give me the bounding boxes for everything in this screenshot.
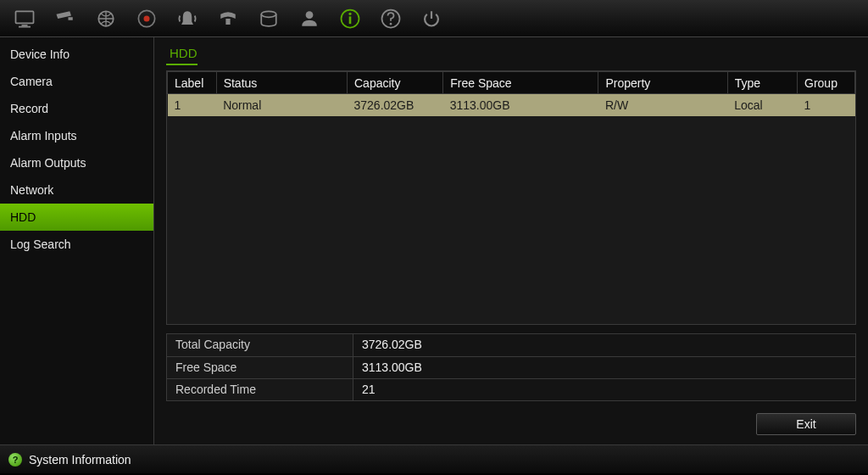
hdd-table-wrap: Label Status Capacity Free Space Propert…	[166, 70, 856, 325]
th-type[interactable]: Type	[727, 72, 797, 94]
sidebar-item-alarm-inputs[interactable]: Alarm Inputs	[0, 122, 153, 149]
cell-capacity: 3726.02GB	[348, 94, 443, 116]
exit-button[interactable]: Exit	[756, 413, 856, 435]
sidebar-item-label: Camera	[10, 75, 53, 88]
th-group[interactable]: Group	[798, 72, 855, 94]
svg-point-14	[390, 22, 392, 25]
cell-group: 1	[798, 94, 855, 116]
svg-rect-3	[69, 17, 73, 20]
th-property[interactable]: Property	[598, 72, 727, 94]
svg-point-8	[261, 11, 276, 17]
cell-label: 1	[168, 94, 217, 116]
svg-rect-0	[16, 11, 34, 23]
sidebar: Device Info Camera Record Alarm Inputs A…	[0, 37, 154, 444]
help-icon[interactable]	[371, 3, 410, 34]
sidebar-item-label: Record	[10, 102, 48, 115]
camera-icon[interactable]	[46, 3, 85, 34]
power-icon[interactable]	[412, 3, 451, 34]
svg-rect-1	[22, 25, 28, 26]
summary-row-total-capacity: Total Capacity 3726.02GB	[167, 334, 855, 356]
footer-buttons: Exit	[166, 413, 856, 435]
status-info-icon: ?	[8, 453, 22, 467]
sidebar-item-log-search[interactable]: Log Search	[0, 231, 153, 258]
sidebar-item-hdd[interactable]: HDD	[0, 204, 153, 231]
status-bar: ? System Information	[0, 444, 868, 473]
cell-status: Normal	[216, 94, 347, 116]
cell-property: R/W	[598, 94, 727, 116]
sidebar-item-alarm-outputs[interactable]: Alarm Outputs	[0, 149, 153, 176]
top-toolbar	[0, 0, 868, 37]
table-row[interactable]: 1 Normal 3726.02GB 3113.00GB R/W Local 1	[168, 94, 855, 116]
sidebar-item-record[interactable]: Record	[0, 95, 153, 122]
user-icon[interactable]	[290, 3, 329, 34]
summary-box: Total Capacity 3726.02GB Free Space 3113…	[166, 333, 856, 401]
ptz-icon[interactable]	[209, 3, 248, 34]
sidebar-item-camera[interactable]: Camera	[0, 68, 153, 95]
alarm-icon[interactable]	[168, 3, 207, 34]
summary-label: Total Capacity	[167, 334, 353, 356]
globe-icon[interactable]	[86, 3, 125, 34]
th-label[interactable]: Label	[168, 72, 217, 94]
svg-rect-2	[19, 25, 31, 27]
svg-point-9	[306, 11, 314, 19]
sidebar-item-label: Device Info	[10, 48, 70, 61]
sidebar-item-device-info[interactable]: Device Info	[0, 41, 153, 68]
th-capacity[interactable]: Capacity	[348, 72, 443, 94]
summary-value: 3113.00GB	[353, 357, 855, 378]
svg-point-6	[144, 15, 150, 21]
th-status[interactable]: Status	[216, 72, 347, 94]
summary-value: 3726.02GB	[353, 334, 855, 356]
page-title: HDD	[166, 44, 198, 65]
body: Device Info Camera Record Alarm Inputs A…	[0, 37, 868, 444]
cell-free-space: 3113.00GB	[443, 94, 598, 116]
hdd-table: Label Status Capacity Free Space Propert…	[167, 71, 855, 116]
summary-row-free-space: Free Space 3113.00GB	[167, 356, 855, 378]
info-icon[interactable]	[331, 3, 370, 34]
summary-value: 21	[353, 379, 855, 400]
table-header-row: Label Status Capacity Free Space Propert…	[168, 72, 855, 94]
th-free-space[interactable]: Free Space	[443, 72, 598, 94]
summary-label: Recorded Time	[167, 379, 353, 400]
svg-rect-11	[349, 16, 352, 24]
sidebar-item-label: Network	[10, 183, 53, 197]
svg-rect-7	[225, 19, 230, 25]
main-panel: HDD Label Status Capacity Free Space Pro…	[154, 37, 868, 444]
sidebar-item-network[interactable]: Network	[0, 176, 153, 204]
sidebar-item-label: Alarm Outputs	[10, 156, 86, 170]
summary-row-recorded-time: Recorded Time 21	[167, 378, 855, 400]
sidebar-item-label: HDD	[10, 210, 36, 224]
record-icon[interactable]	[127, 3, 166, 34]
svg-point-12	[348, 12, 351, 14]
hdd-icon[interactable]	[249, 3, 288, 34]
cell-type: Local	[727, 94, 797, 116]
monitor-icon[interactable]	[5, 3, 44, 34]
sidebar-item-label: Log Search	[10, 238, 71, 251]
status-text: System Information	[29, 453, 131, 467]
sidebar-item-label: Alarm Inputs	[10, 129, 77, 142]
summary-label: Free Space	[167, 357, 353, 378]
